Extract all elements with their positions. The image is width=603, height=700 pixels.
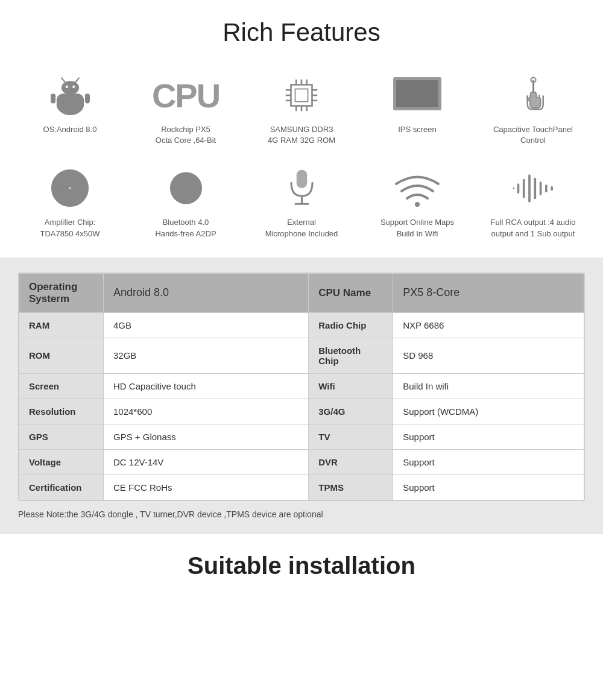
speaker-icon	[43, 164, 97, 212]
specs-row-resolution: Resolution 1024*600 3G/4G Support (WCDMA…	[19, 399, 584, 424]
feature-rca: Full RCA output :4 audiooutput and 1 Sub…	[475, 158, 591, 245]
spec-ram-key: RAM	[19, 312, 104, 338]
spec-rom-key: ROM	[19, 338, 104, 373]
svg-line-5	[61, 78, 65, 82]
specs-row-voltage: Voltage DC 12V-14V DVR Support	[19, 449, 584, 475]
specs-table: OperatingSysterm Android 8.0 CPU Name PX…	[19, 273, 584, 500]
svg-rect-7	[62, 103, 66, 111]
svg-rect-26	[396, 80, 438, 107]
feature-rca-label: Full RCA output :4 audiooutput and 1 Sub…	[491, 217, 576, 239]
feature-android-label: OS:Android 8.0	[43, 124, 97, 135]
svg-rect-11	[291, 85, 312, 106]
svg-rect-12	[295, 89, 308, 102]
header-os-value: Android 8.0	[104, 273, 309, 312]
spec-ram-val: 4GB	[104, 312, 309, 338]
svg-line-6	[75, 78, 79, 82]
rich-features-title: Rich Features	[12, 18, 591, 47]
feature-amplifier-label: Amplifier Chip:TDA7850 4x50W	[40, 217, 100, 239]
feature-ram-label: SAMSUNG DDR34G RAM 32G ROM	[268, 124, 335, 146]
wifi-icon	[390, 164, 444, 212]
spec-rom-val: 32GB	[104, 338, 309, 373]
svg-point-40	[415, 202, 420, 207]
ips-screen-icon	[390, 71, 444, 119]
spec-res-val: 1024*600	[104, 399, 309, 424]
feature-android: OS:Android 8.0	[12, 65, 128, 152]
touch-icon	[506, 71, 560, 119]
spec-screen-key: Screen	[19, 373, 104, 399]
svg-rect-10	[84, 93, 89, 103]
svg-rect-8	[74, 103, 78, 111]
specs-row-rom: ROM 32GB Bluetooth Chip SD 968	[19, 338, 584, 373]
spec-tpms-val: Support	[393, 475, 584, 500]
spec-wifi-val: Build In wifi	[393, 373, 584, 399]
spec-cert-key: Certification	[19, 475, 104, 500]
chip-icon	[274, 71, 329, 119]
mic-icon	[274, 164, 329, 212]
spec-gps-val: GPS + Glonass	[104, 424, 309, 449]
spec-3g4g-val: Support (WCDMA)	[393, 399, 584, 424]
feature-mic-label: ExternalMicrophone Included	[265, 217, 338, 239]
header-os-label: OperatingSysterm	[19, 273, 104, 312]
spec-gps-key: GPS	[19, 424, 104, 449]
feature-bluetooth: Bluetooth 4.0Hands-free A2DP	[128, 158, 244, 245]
suitable-installation-title: Suitable installation	[12, 552, 591, 579]
feature-wifi-label: Support Online MapsBuild In Wifi	[380, 217, 454, 239]
svg-point-35	[68, 187, 71, 190]
spec-screen-val: HD Capacitive touch	[104, 373, 309, 399]
spec-radiochip-key: Radio Chip	[309, 312, 393, 338]
spec-btchip-val: SD 968	[393, 338, 584, 373]
feature-touch: Capacitive TouchPanelControl	[475, 65, 591, 152]
android-icon	[43, 71, 97, 119]
feature-ips: IPS screen	[359, 65, 475, 152]
spec-3g4g-key: 3G/4G	[309, 399, 393, 424]
spec-dvr-val: Support	[393, 449, 584, 475]
rca-icon	[506, 164, 560, 212]
specs-row-gps: GPS GPS + Glonass TV Support	[19, 424, 584, 449]
feature-amplifier: Amplifier Chip:TDA7850 4x50W	[12, 158, 128, 245]
feature-bluetooth-label: Bluetooth 4.0Hands-free A2DP	[155, 217, 216, 239]
specs-section: OperatingSysterm Android 8.0 CPU Name PX…	[0, 257, 603, 534]
spec-tv-val: Support	[393, 424, 584, 449]
specs-note: Please Note:the 3G/4G dongle , TV turner…	[12, 509, 591, 519]
spec-btchip-key: Bluetooth Chip	[309, 338, 393, 373]
feature-cpu-label: Rockchip PX5Octa Core ,64-Bit	[156, 124, 216, 146]
specs-row-cert: Certification CE FCC RoHs TPMS Support	[19, 475, 584, 500]
features-grid: OS:Android 8.0 CPU Rockchip PX5Octa Core…	[12, 65, 591, 245]
spec-tv-key: TV	[309, 424, 393, 449]
bluetooth-icon	[159, 164, 213, 212]
spec-tpms-key: TPMS	[309, 475, 393, 500]
spec-dvr-key: DVR	[309, 449, 393, 475]
feature-touch-label: Capacitive TouchPanelControl	[493, 124, 573, 146]
cpu-icon: CPU	[159, 71, 213, 119]
specs-row-screen: Screen HD Capacitive touch Wifi Build In…	[19, 373, 584, 399]
specs-header-row: OperatingSysterm Android 8.0 CPU Name PX…	[19, 273, 584, 312]
feature-ips-label: IPS screen	[398, 124, 437, 135]
feature-wifi: Support Online MapsBuild In Wifi	[359, 158, 475, 245]
spec-voltage-val: DC 12V-14V	[104, 449, 309, 475]
spec-cert-val: CE FCC RoHs	[104, 475, 309, 500]
spec-radiochip-val: NXP 6686	[393, 312, 584, 338]
svg-point-2	[61, 81, 78, 95]
specs-table-wrapper: OperatingSysterm Android 8.0 CPU Name PX…	[18, 273, 585, 501]
svg-point-4	[72, 85, 75, 87]
suitable-installation-section: Suitable installation	[0, 534, 603, 598]
svg-rect-37	[296, 170, 307, 189]
svg-point-3	[65, 85, 68, 87]
feature-cpu: CPU Rockchip PX5Octa Core ,64-Bit	[128, 65, 244, 152]
spec-voltage-key: Voltage	[19, 449, 104, 475]
spec-wifi-key: Wifi	[309, 373, 393, 399]
svg-rect-9	[51, 93, 55, 103]
spec-res-key: Resolution	[19, 399, 104, 424]
rich-features-section: Rich Features	[0, 0, 603, 257]
feature-ram: SAMSUNG DDR34G RAM 32G ROM	[244, 65, 359, 152]
svg-rect-1	[56, 93, 84, 107]
specs-row-ram: RAM 4GB Radio Chip NXP 6686	[19, 312, 584, 338]
header-cpu-value: PX5 8-Core	[393, 273, 584, 312]
feature-mic: ExternalMicrophone Included	[244, 158, 359, 245]
header-cpu-label: CPU Name	[309, 273, 393, 312]
